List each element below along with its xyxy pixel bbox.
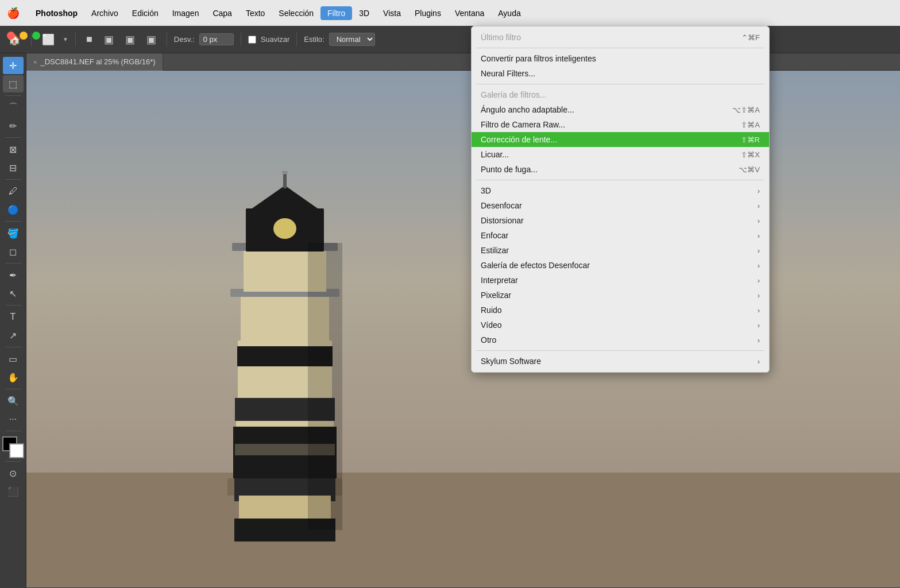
- menu-3d[interactable]: 3D ›: [472, 183, 769, 198]
- svg-point-13: [273, 218, 296, 239]
- color-swatches[interactable]: [2, 436, 24, 458]
- estilo-label: Estilo:: [304, 35, 324, 44]
- menu-archivo[interactable]: Archivo: [84, 6, 125, 20]
- menu-convertir[interactable]: Convertir para filtros inteligentes: [472, 51, 769, 66]
- menu-imagen[interactable]: Imagen: [165, 6, 206, 20]
- menu-galeria-efectos[interactable]: Galería de efectos Desenfocar ›: [472, 258, 769, 273]
- tool-sep-3: [5, 179, 21, 180]
- licuar-label: Licuar...: [481, 150, 509, 159]
- desv-input[interactable]: [199, 33, 234, 45]
- extra-tool[interactable]: ···: [3, 411, 24, 428]
- menu-pixelizar[interactable]: Pixelizar ›: [472, 288, 769, 303]
- ultimo-filtro-shortcut: ⌃⌘F: [741, 33, 760, 42]
- estilo-select[interactable]: Normal: [329, 33, 375, 46]
- menu-interpretar[interactable]: Interpretar ›: [472, 273, 769, 288]
- paint-bucket-tool[interactable]: 🪣: [3, 225, 24, 242]
- menu-ventana[interactable]: Ventana: [448, 6, 491, 20]
- menu-otro[interactable]: Otro ›: [472, 332, 769, 347]
- menu-video[interactable]: Vídeo ›: [472, 318, 769, 332]
- move-tool[interactable]: ✛: [3, 57, 24, 74]
- menu-licuar[interactable]: Licuar... ⇧⌘X: [472, 147, 769, 162]
- suavizar-checkbox[interactable]: [248, 36, 256, 44]
- screen-mode-tool[interactable]: ⬛: [3, 483, 24, 500]
- menu-distorsionar[interactable]: Distorsionar ›: [472, 213, 769, 228]
- menu-filtro[interactable]: Filtro: [320, 6, 352, 20]
- menu-desenfocar[interactable]: Desenfocar ›: [472, 198, 769, 213]
- menu-camera-raw[interactable]: Filtro de Camera Raw... ⇧⌘A: [472, 117, 769, 132]
- document-tab[interactable]: × _DSC8841.NEF al 25% (RGB/16*): [26, 53, 163, 71]
- desv-label: Desv.:: [174, 35, 195, 44]
- menu-photoshop[interactable]: Photoshop: [29, 6, 84, 20]
- eraser-tool[interactable]: ◻: [3, 243, 24, 260]
- menu-capa[interactable]: Capa: [206, 6, 238, 20]
- path-selection-tool[interactable]: ↖: [3, 285, 24, 302]
- close-button[interactable]: [7, 32, 15, 40]
- quick-mask-tool[interactable]: ⊙: [3, 465, 24, 482]
- pixelizar-label: Pixelizar: [481, 291, 511, 300]
- galeria-efectos-submenu-arrow: ›: [758, 261, 760, 270]
- hand-tool[interactable]: ✋: [3, 369, 24, 386]
- slice-tool[interactable]: ⊟: [3, 159, 24, 176]
- minimize-button[interactable]: [20, 32, 28, 40]
- tool-sep-5: [5, 263, 21, 264]
- shape-tool[interactable]: ▭: [3, 350, 24, 368]
- menu-ayuda[interactable]: Ayuda: [491, 6, 527, 20]
- lasso-tool[interactable]: ⌒: [3, 99, 24, 116]
- stroke-icon-3[interactable]: ▣: [143, 31, 160, 48]
- menu-skylum[interactable]: Skylum Software ›: [472, 354, 769, 369]
- estilizar-label: Estilizar: [481, 246, 509, 255]
- distorsionar-label: Distorsionar: [481, 216, 524, 225]
- healing-tool[interactable]: 🔵: [3, 201, 24, 218]
- divider-1: [476, 48, 764, 48]
- background-color[interactable]: [9, 443, 24, 458]
- menu-plugins[interactable]: Plugins: [408, 6, 448, 20]
- menu-seleccion[interactable]: Selección: [272, 6, 320, 20]
- filter-dropdown-menu: Último filtro ⌃⌘F Convertir para filtros…: [471, 26, 770, 373]
- menu-correccion-lente[interactable]: Corrección de lente... ⇧⌘R: [472, 132, 769, 147]
- stroke-icon-2[interactable]: ▣: [122, 31, 138, 48]
- tool-sep-9: [5, 431, 21, 431]
- menu-vista[interactable]: Vista: [376, 6, 408, 20]
- menu-angulo[interactable]: Ángulo ancho adaptable... ⌥⇧⌘A: [472, 102, 769, 117]
- menu-enfocar[interactable]: Enfocar ›: [472, 228, 769, 243]
- crop-tool[interactable]: ⊠: [3, 141, 24, 158]
- punto-fuga-shortcut: ⌥⌘V: [739, 165, 760, 174]
- ultimo-filtro-label: Último filtro: [481, 33, 521, 42]
- suavizar-label: Suavizar: [261, 35, 290, 44]
- menu-ultimo-filtro[interactable]: Último filtro ⌃⌘F: [472, 30, 769, 45]
- galeria-efectos-label: Galería de efectos Desenfocar: [481, 261, 590, 270]
- menu-texto[interactable]: Texto: [239, 6, 272, 20]
- menu-3d[interactable]: 3D: [352, 6, 376, 20]
- stroke-icon-1[interactable]: ▣: [101, 31, 117, 48]
- fill-icon[interactable]: ■: [83, 31, 96, 48]
- neural-label: Neural Filters...: [481, 69, 535, 78]
- maximize-button[interactable]: [32, 32, 40, 40]
- licuar-shortcut: ⇧⌘X: [741, 150, 760, 159]
- marquee-tool[interactable]: ⬚: [3, 75, 24, 92]
- angulo-shortcut: ⌥⇧⌘A: [732, 106, 760, 114]
- zoom-tool[interactable]: 🔍: [3, 392, 24, 409]
- menu-estilizar[interactable]: Estilizar ›: [472, 243, 769, 258]
- marquee-dropdown-arrow[interactable]: ▼: [63, 36, 68, 42]
- menu-neural[interactable]: Neural Filters...: [472, 66, 769, 81]
- desenfocar-submenu-arrow: ›: [758, 202, 760, 210]
- enfocar-submenu-arrow: ›: [758, 231, 760, 240]
- menu-ruido[interactable]: Ruido ›: [472, 303, 769, 318]
- tool-sep-2: [5, 137, 21, 138]
- menu-punto-fuga[interactable]: Punto de fuga... ⌥⌘V: [472, 162, 769, 177]
- tool-sep-10: [5, 461, 21, 462]
- tab-close-button[interactable]: ×: [33, 59, 37, 65]
- marquee-tool-options[interactable]: ⬜: [38, 31, 58, 48]
- apple-logo[interactable]: 🍎: [7, 7, 20, 20]
- eyedropper-tool[interactable]: 🖊: [3, 183, 24, 200]
- brush-tool[interactable]: ✏: [3, 117, 24, 134]
- menu-edicion[interactable]: Edición: [125, 6, 165, 20]
- interpretar-label: Interpretar: [481, 276, 518, 285]
- menu-galeria-filtros[interactable]: Galería de filtros...: [472, 87, 769, 102]
- window-controls: [7, 32, 40, 40]
- skylum-label: Skylum Software: [481, 357, 541, 366]
- type-tool[interactable]: T: [3, 308, 24, 326]
- direct-selection-tool[interactable]: ↗: [3, 327, 24, 344]
- pen-tool[interactable]: ✒: [3, 266, 24, 284]
- punto-fuga-label: Punto de fuga...: [481, 165, 538, 174]
